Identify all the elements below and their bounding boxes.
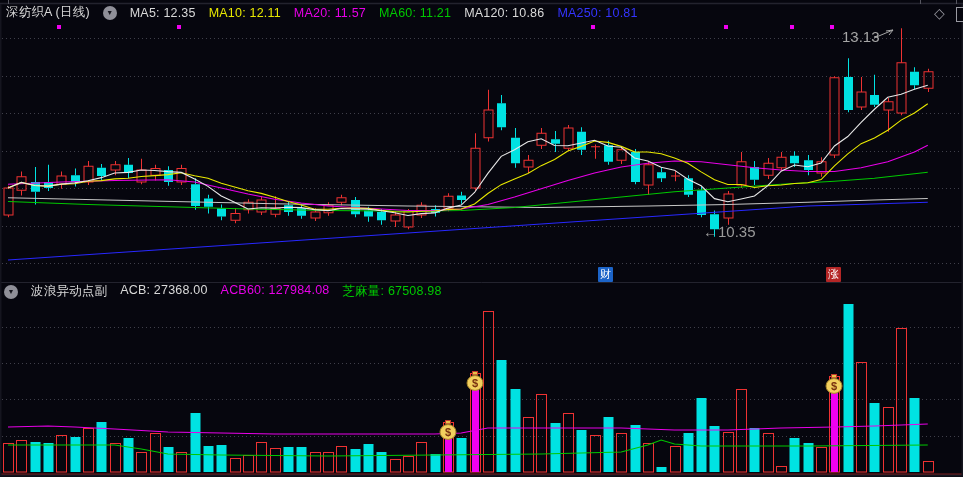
diamond-icon[interactable]: ◇ [934,5,945,21]
signal-dot-icon [177,25,181,29]
ma-value-label: MA60: 11.21 [379,6,451,20]
indicator-value-label: 芝麻量: 67508.98 [342,283,441,300]
event-badge: 财 [598,267,613,282]
signal-dot-icon [830,25,834,29]
low-price-annotation: ←10.35 [703,223,756,240]
money-bag-icon: $ [439,420,457,440]
collapse-chevron-icon[interactable]: ▼ [103,6,117,20]
stock-chart-window: 深纺织A (日线) ▼ MA5: 12.35MA10: 12.11MA20: 1… [0,0,963,477]
ruler-tick [920,0,921,4]
indicator-value-label: ACB60: 127984.08 [221,283,330,300]
signal-dot-icon [724,25,728,29]
indicator-title: 波浪异动点副 [31,283,107,300]
sub-panel-header: ▼ 波浪异动点副 ACB: 27368.00ACB60: 127984.08芝麻… [4,283,442,300]
ma-value-label: MA250: 10.81 [557,6,637,20]
indicator-legend: ACB: 27368.00ACB60: 127984.08芝麻量: 67508.… [120,283,441,300]
ruler-tick [956,0,957,4]
ma-value-label: MA5: 12.35 [130,6,196,20]
kline-chart-canvas[interactable] [0,0,963,477]
ma-value-label: MA10: 12.11 [209,6,281,20]
ma-value-label: MA120: 10.86 [464,6,544,20]
svg-text:$: $ [445,426,451,438]
ma-value-label: MA20: 11.57 [294,6,366,20]
signal-dot-icon [790,25,794,29]
main-panel-header: 深纺织A (日线) ▼ MA5: 12.35MA10: 12.11MA20: 1… [6,4,638,21]
partial-toolbar-button[interactable] [956,7,963,22]
signal-dot-icon [57,25,61,29]
signal-dot-icon [591,25,595,29]
stock-title: 深纺织A (日线) [6,4,90,21]
collapse-chevron-icon[interactable]: ▼ [4,285,18,299]
indicator-value-label: ACB: 27368.00 [120,283,207,300]
money-bag-icon: $ [825,374,843,394]
high-price-annotation: 13.13 [842,28,880,45]
event-badge: 涨 [826,267,841,282]
svg-text:$: $ [471,377,477,389]
svg-text:$: $ [831,380,837,392]
money-bag-icon: $ [466,371,484,391]
ma-legend: MA5: 12.35MA10: 12.11MA20: 11.57MA60: 11… [130,6,638,20]
